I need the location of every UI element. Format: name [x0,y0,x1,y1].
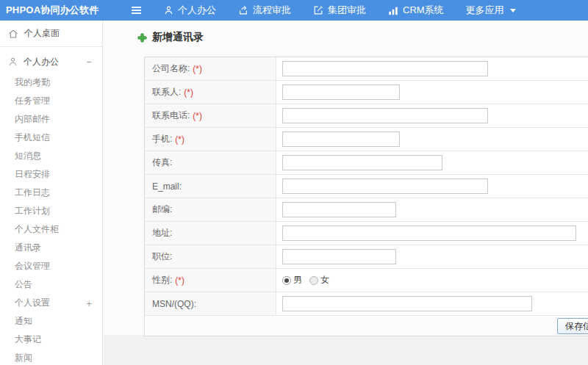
email-input[interactable] [282,178,488,194]
home-icon [8,29,18,39]
sidebar-item-label: 个人办公 [24,56,59,68]
required-marker: (*) [175,134,184,145]
gender-option-1[interactable]: 女 [309,274,329,286]
contact-phone-input[interactable] [282,108,488,123]
nav-item-label: 集团审批 [328,4,366,17]
hamburger-icon [131,6,142,15]
field-input-cell [276,57,588,80]
field-label-cell: 联系电话:(*) [145,104,276,127]
mobile-input[interactable] [282,131,400,147]
field-label: 手机: [152,133,172,145]
field-label: 邮编: [152,203,172,216]
field-input-cell: 男女 [276,269,588,292]
field-label-cell: 传真: [145,151,276,174]
field-label: MSN/(QQ): [152,299,196,309]
required-marker: (*) [175,275,184,286]
sidebar-item-label: 日程安排 [15,169,50,179]
sidebar-item-label: 个人文件柜 [15,224,59,234]
sidebar-item-task-management[interactable]: 任务管理 [0,92,102,110]
sidebar-item-address-book[interactable]: 通讯录 [0,239,102,257]
form-row-contact-phone: 联系电话:(*) [145,104,588,128]
zip-code-input[interactable] [282,202,396,217]
sidebar-item-label: 内部邮件 [15,114,50,124]
company-name-input[interactable] [282,61,488,76]
position-input[interactable] [282,249,396,264]
sidebar-item-work-log[interactable]: 工作日志 [0,184,102,202]
form-row-msn-qq: MSN/(QQ): [145,292,588,316]
msn-qq-input[interactable] [282,296,532,311]
sidebar-item-schedule[interactable]: 日程安排 [0,165,102,184]
form-row-company-name: 公司名称:(*) [145,57,588,81]
person-icon [8,57,18,67]
collapse-toggle-icon[interactable]: − [86,57,92,68]
field-label: 联系人: [152,86,181,98]
nav-item-group-approval[interactable]: 集团审批 [313,4,366,17]
nav-item-more-apps[interactable]: 更多应用 [466,4,516,17]
add-plus-icon [137,33,147,43]
gender-option-0[interactable]: 男 [282,274,302,286]
sidebar: 个人桌面 个人办公 − 我的考勤任务管理内部邮件手机短信短消息日程安排工作日志工… [0,21,103,365]
sidebar-item-announcement[interactable]: 公告 [0,275,102,294]
sidebar-item-notification[interactable]: 通知 [0,312,102,330]
sidebar-item-label: 短消息 [15,151,41,161]
hamburger-menu-button[interactable] [131,6,142,15]
field-input-cell [276,175,588,198]
form-row-position: 职位: [145,245,588,269]
nav-item-crm-system[interactable]: CRM系统 [388,4,444,17]
sidebar-item-label: 任务管理 [15,95,50,106]
nav-item-personal-office[interactable]: 个人办公 [164,4,216,17]
page-title: 新增通讯录 [137,31,204,44]
sidebar-item-personal-settings[interactable]: 个人设置+ [0,294,102,312]
address-input[interactable] [282,225,576,241]
content-bottom-strip [104,335,588,365]
sidebar-item-news[interactable]: 新闻 [0,349,102,365]
field-input-cell [276,245,588,268]
add-contact-form: 公司名称:(*)联系人:(*)联系电话:(*)手机:(*)传真:E_mail:邮… [144,57,588,336]
sidebar-item-major-events[interactable]: 大事记 [0,330,102,349]
field-label: 传真: [152,156,172,169]
topbar: PHPOA协同办公软件 个人办公流程审批集团审批CRM系统更多应用 [0,0,588,21]
form-row-email: E_mail: [145,175,588,198]
bar-chart-icon [388,6,398,15]
sidebar-item-label: 工作日志 [15,187,50,198]
field-label-cell: E_mail: [145,175,276,198]
field-label: E_mail: [152,181,182,192]
form-row-zip-code: 邮编: [145,198,588,222]
field-label: 联系电话: [152,109,190,122]
sidebar-item-label: 工作计划 [15,206,50,216]
sidebar-item-label: 我的考勤 [15,77,50,87]
topbar-nav: 个人办公流程审批集团审批CRM系统更多应用 [142,4,516,17]
nav-item-workflow-approval[interactable]: 流程审批 [238,4,291,17]
field-input-cell [276,81,588,104]
field-label-cell: MSN/(QQ): [145,292,276,315]
field-label: 地址: [152,227,172,239]
fax-input[interactable] [282,155,442,170]
sidebar-item-label: 个人桌面 [24,27,60,40]
sidebar-item-work-plan[interactable]: 工作计划 [0,202,102,220]
sidebar-item-personal-cabinet[interactable]: 个人文件柜 [0,220,102,239]
sidebar-item-label: 公告 [15,279,32,289]
caret-down-icon [510,9,516,12]
field-input-cell [276,292,588,315]
sidebar-item-meeting-mgmt[interactable]: 会议管理 [0,257,102,275]
expand-toggle-icon[interactable]: + [86,294,92,312]
main-content: 新增通讯录 公司名称:(*)联系人:(*)联系电话:(*)手机:(*)传真:E_… [104,21,588,365]
sidebar-item-my-attendance[interactable]: 我的考勤 [0,73,102,92]
form-row-gender: 性别:(*)男女 [145,269,588,292]
required-marker: (*) [184,87,193,98]
radio-selected-icon[interactable] [282,276,291,285]
sidebar-item-label: 手机短信 [15,132,50,142]
sidebar-item-personal-office[interactable]: 个人办公 − [0,51,102,72]
form-row-fax: 传真: [145,151,588,175]
save-button[interactable]: 保存信息 [557,318,588,334]
sidebar-item-short-message[interactable]: 短消息 [0,147,102,165]
field-label-cell: 联系人:(*) [145,81,276,104]
person-icon [164,5,173,15]
form-row-mobile: 手机:(*) [145,128,588,151]
sidebar-item-mobile-sms[interactable]: 手机短信 [0,129,102,147]
sidebar-item-internal-mail[interactable]: 内部邮件 [0,110,102,129]
sidebar-item-personal-desktop[interactable]: 个人桌面 [0,21,102,47]
contact-person-input[interactable] [282,84,400,100]
radio-unselected-icon[interactable] [309,276,318,285]
sidebar-item-label: 新闻 [15,353,32,363]
